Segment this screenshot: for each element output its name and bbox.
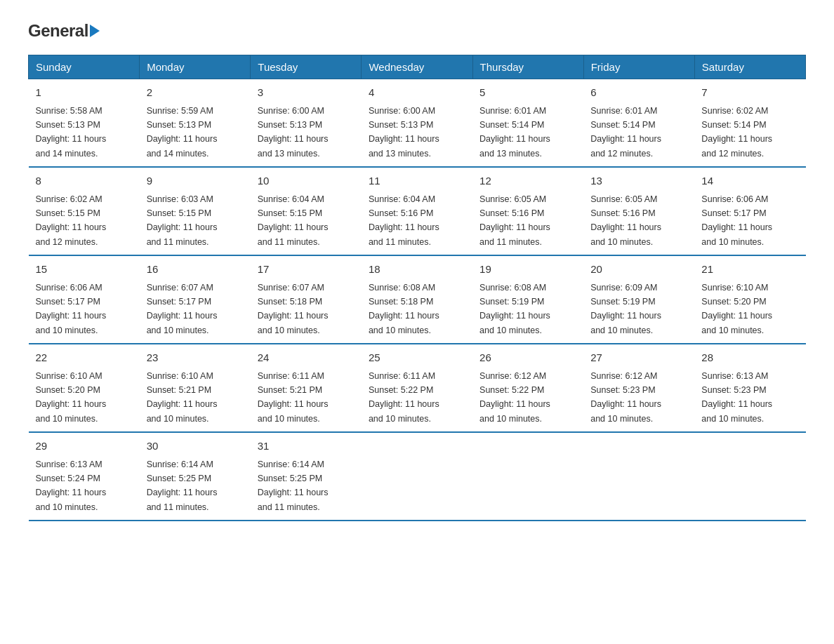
day-info: Sunrise: 6:00 AMSunset: 5:13 PMDaylight:… — [369, 106, 439, 159]
page-header: General — [28, 21, 806, 41]
calendar-cell: 12 Sunrise: 6:05 AMSunset: 5:16 PMDaylig… — [472, 167, 583, 255]
day-info: Sunrise: 6:11 AMSunset: 5:21 PMDaylight:… — [258, 371, 329, 424]
day-info: Sunrise: 6:02 AMSunset: 5:14 PMDaylight:… — [701, 106, 772, 159]
calendar-week-4: 22 Sunrise: 6:10 AMSunset: 5:20 PMDaylig… — [29, 344, 806, 432]
header-wednesday: Wednesday — [362, 55, 472, 79]
calendar-week-2: 8 Sunrise: 6:02 AMSunset: 5:15 PMDayligh… — [29, 167, 806, 255]
day-info: Sunrise: 6:03 AMSunset: 5:15 PMDaylight:… — [147, 194, 218, 247]
day-info: Sunrise: 6:04 AMSunset: 5:16 PMDaylight:… — [369, 194, 439, 247]
day-number: 27 — [590, 350, 687, 366]
day-info: Sunrise: 6:06 AMSunset: 5:17 PMDaylight:… — [36, 283, 107, 335]
header-saturday: Saturday — [694, 55, 805, 79]
day-number: 19 — [479, 262, 576, 278]
calendar-cell: 13 Sunrise: 6:05 AMSunset: 5:16 PMDaylig… — [583, 167, 694, 255]
day-number: 25 — [369, 350, 465, 366]
day-info: Sunrise: 5:59 AMSunset: 5:13 PMDaylight:… — [147, 106, 218, 159]
calendar-cell — [583, 432, 694, 521]
day-number: 15 — [36, 262, 133, 278]
calendar-cell: 23 Sunrise: 6:10 AMSunset: 5:21 PMDaylig… — [140, 344, 251, 432]
day-info: Sunrise: 6:07 AMSunset: 5:18 PMDaylight:… — [258, 283, 329, 335]
day-number: 4 — [369, 85, 465, 101]
calendar-cell: 19 Sunrise: 6:08 AMSunset: 5:19 PMDaylig… — [472, 255, 583, 344]
day-number: 23 — [147, 350, 244, 366]
day-number: 2 — [147, 85, 244, 101]
day-number: 6 — [590, 85, 687, 101]
day-number: 16 — [147, 262, 244, 278]
calendar-cell — [694, 432, 805, 521]
day-info: Sunrise: 6:07 AMSunset: 5:17 PMDaylight:… — [147, 283, 218, 335]
day-info: Sunrise: 6:13 AMSunset: 5:24 PMDaylight:… — [36, 459, 107, 512]
logo-arrow-icon — [90, 25, 100, 37]
day-number: 10 — [258, 173, 355, 189]
day-info: Sunrise: 6:00 AMSunset: 5:13 PMDaylight:… — [258, 106, 329, 159]
day-info: Sunrise: 6:05 AMSunset: 5:16 PMDaylight:… — [590, 194, 661, 247]
day-number: 12 — [479, 173, 576, 189]
day-info: Sunrise: 6:06 AMSunset: 5:17 PMDaylight:… — [701, 194, 772, 247]
calendar-cell — [362, 432, 472, 521]
day-info: Sunrise: 6:14 AMSunset: 5:25 PMDaylight:… — [147, 459, 218, 512]
day-number: 24 — [258, 350, 355, 366]
day-number: 29 — [36, 438, 133, 455]
calendar-cell: 9 Sunrise: 6:03 AMSunset: 5:15 PMDayligh… — [140, 167, 251, 255]
calendar-cell: 10 Sunrise: 6:04 AMSunset: 5:15 PMDaylig… — [251, 167, 362, 255]
calendar-cell: 14 Sunrise: 6:06 AMSunset: 5:17 PMDaylig… — [694, 167, 805, 255]
calendar-week-5: 29 Sunrise: 6:13 AMSunset: 5:24 PMDaylig… — [29, 432, 806, 521]
day-info: Sunrise: 6:10 AMSunset: 5:21 PMDaylight:… — [147, 371, 218, 424]
header-tuesday: Tuesday — [251, 55, 362, 79]
day-info: Sunrise: 6:13 AMSunset: 5:23 PMDaylight:… — [701, 371, 772, 424]
calendar-cell: 15 Sunrise: 6:06 AMSunset: 5:17 PMDaylig… — [29, 255, 140, 344]
day-number: 13 — [590, 173, 687, 189]
calendar-cell: 27 Sunrise: 6:12 AMSunset: 5:23 PMDaylig… — [583, 344, 694, 432]
day-number: 26 — [479, 350, 576, 366]
day-info: Sunrise: 6:04 AMSunset: 5:15 PMDaylight:… — [258, 194, 329, 247]
day-number: 7 — [701, 85, 798, 101]
calendar-cell — [472, 432, 583, 521]
day-number: 3 — [258, 85, 355, 101]
header-monday: Monday — [140, 55, 251, 79]
day-number: 17 — [258, 262, 355, 278]
calendar-cell: 25 Sunrise: 6:11 AMSunset: 5:22 PMDaylig… — [362, 344, 472, 432]
day-number: 14 — [701, 173, 798, 189]
calendar-cell: 11 Sunrise: 6:04 AMSunset: 5:16 PMDaylig… — [362, 167, 472, 255]
day-info: Sunrise: 6:12 AMSunset: 5:23 PMDaylight:… — [590, 371, 661, 424]
calendar-cell: 3 Sunrise: 6:00 AMSunset: 5:13 PMDayligh… — [251, 79, 362, 168]
calendar-cell: 8 Sunrise: 6:02 AMSunset: 5:15 PMDayligh… — [29, 167, 140, 255]
calendar-cell: 5 Sunrise: 6:01 AMSunset: 5:14 PMDayligh… — [472, 79, 583, 168]
day-info: Sunrise: 6:01 AMSunset: 5:14 PMDaylight:… — [590, 106, 661, 159]
calendar-cell: 6 Sunrise: 6:01 AMSunset: 5:14 PMDayligh… — [583, 79, 694, 168]
day-info: Sunrise: 6:12 AMSunset: 5:22 PMDaylight:… — [479, 371, 550, 424]
calendar-cell: 31 Sunrise: 6:14 AMSunset: 5:25 PMDaylig… — [251, 432, 362, 521]
calendar-cell: 4 Sunrise: 6:00 AMSunset: 5:13 PMDayligh… — [362, 79, 472, 168]
calendar-cell: 16 Sunrise: 6:07 AMSunset: 5:17 PMDaylig… — [140, 255, 251, 344]
calendar-cell: 18 Sunrise: 6:08 AMSunset: 5:18 PMDaylig… — [362, 255, 472, 344]
calendar-header-row: SundayMondayTuesdayWednesdayThursdayFrid… — [29, 55, 806, 79]
day-info: Sunrise: 6:14 AMSunset: 5:25 PMDaylight:… — [258, 459, 329, 512]
day-info: Sunrise: 6:08 AMSunset: 5:19 PMDaylight:… — [479, 283, 550, 335]
calendar-cell: 24 Sunrise: 6:11 AMSunset: 5:21 PMDaylig… — [251, 344, 362, 432]
day-info: Sunrise: 6:01 AMSunset: 5:14 PMDaylight:… — [479, 106, 550, 159]
calendar-cell: 21 Sunrise: 6:10 AMSunset: 5:20 PMDaylig… — [694, 255, 805, 344]
day-info: Sunrise: 6:10 AMSunset: 5:20 PMDaylight:… — [36, 371, 107, 424]
calendar-cell: 17 Sunrise: 6:07 AMSunset: 5:18 PMDaylig… — [251, 255, 362, 344]
day-number: 1 — [36, 85, 133, 101]
day-info: Sunrise: 6:05 AMSunset: 5:16 PMDaylight:… — [479, 194, 550, 247]
day-number: 28 — [701, 350, 798, 366]
calendar-cell: 20 Sunrise: 6:09 AMSunset: 5:19 PMDaylig… — [583, 255, 694, 344]
calendar-cell: 30 Sunrise: 6:14 AMSunset: 5:25 PMDaylig… — [140, 432, 251, 521]
day-info: Sunrise: 6:09 AMSunset: 5:19 PMDaylight:… — [590, 283, 661, 335]
calendar-cell: 29 Sunrise: 6:13 AMSunset: 5:24 PMDaylig… — [29, 432, 140, 521]
day-number: 21 — [701, 262, 798, 278]
day-info: Sunrise: 6:08 AMSunset: 5:18 PMDaylight:… — [369, 283, 439, 335]
calendar-cell: 2 Sunrise: 5:59 AMSunset: 5:13 PMDayligh… — [140, 79, 251, 168]
day-info: Sunrise: 5:58 AMSunset: 5:13 PMDaylight:… — [36, 106, 107, 159]
logo: General — [28, 21, 100, 41]
day-info: Sunrise: 6:11 AMSunset: 5:22 PMDaylight:… — [369, 371, 439, 424]
day-number: 8 — [36, 173, 133, 189]
day-number: 11 — [369, 173, 465, 189]
day-number: 20 — [590, 262, 687, 278]
calendar-cell: 22 Sunrise: 6:10 AMSunset: 5:20 PMDaylig… — [29, 344, 140, 432]
header-sunday: Sunday — [29, 55, 140, 79]
day-number: 18 — [369, 262, 465, 278]
day-number: 5 — [479, 85, 576, 101]
calendar-cell: 7 Sunrise: 6:02 AMSunset: 5:14 PMDayligh… — [694, 79, 805, 168]
